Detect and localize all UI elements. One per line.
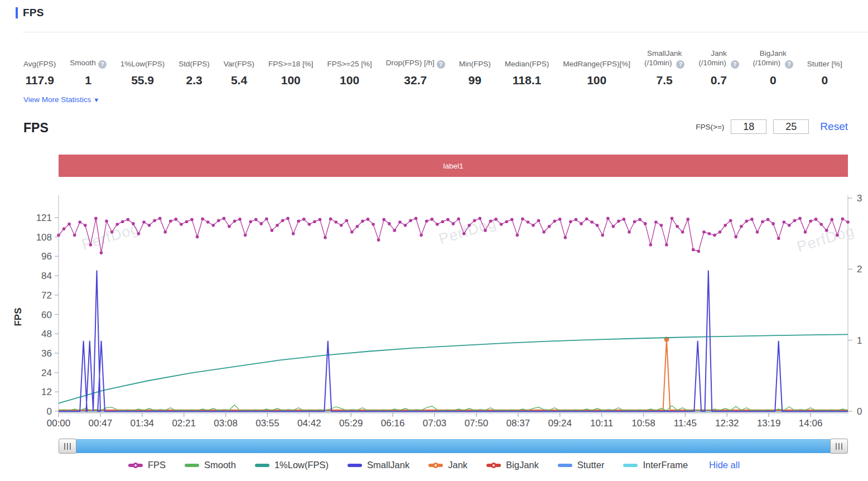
legend-label: 1%Low(FPS) [274, 460, 329, 470]
stat-value: 1 [70, 74, 107, 87]
svg-text:00:00: 00:00 [47, 418, 71, 429]
label1-banner: label1 [59, 155, 848, 177]
svg-text:1: 1 [857, 335, 862, 346]
legend-item-smalljank[interactable]: SmallJank [348, 460, 409, 470]
view-more-label: View More Statistics [23, 95, 91, 104]
stat-label: MedRange(FPS)[%] [563, 59, 630, 69]
stat-label: SmallJank(/10min) ? [644, 49, 684, 69]
stat-column: Std(FPS)2.3 [179, 47, 210, 87]
legend-item-1-low-fps-[interactable]: 1%Low(FPS) [255, 460, 329, 470]
stat-value: 55.9 [120, 74, 165, 87]
legend-item-smooth[interactable]: Smooth [185, 460, 236, 470]
legend-marker-icon [486, 462, 501, 469]
chart-legend: FPSSmooth1%Low(FPS)SmallJankJankBigJankS… [0, 460, 868, 470]
svg-text:04:42: 04:42 [297, 418, 321, 429]
svg-text:36: 36 [41, 348, 52, 359]
stat-column: Drop(FPS) [/h]?32.7 [386, 47, 445, 87]
stat-column: Smooth?1 [70, 47, 107, 87]
svg-text:00:47: 00:47 [89, 418, 113, 429]
legend-label: Jank [448, 460, 467, 470]
stat-value: 100 [327, 74, 372, 87]
view-more-statistics-link[interactable]: View More Statistics▼ [23, 95, 99, 104]
stat-column: Jank(/10min) ?0.7 [698, 47, 739, 87]
svg-text:FPS: FPS [13, 307, 23, 326]
stat-value: 0 [807, 74, 842, 87]
stat-column: FPS>=25 [%]100 [327, 47, 372, 87]
svg-text:12:32: 12:32 [715, 418, 739, 429]
chart-section-title: FPS [23, 121, 49, 136]
stat-label: Avg(FPS) [23, 59, 56, 69]
stat-value: 118.1 [505, 74, 549, 87]
legend-label: SmallJank [367, 460, 409, 470]
watermark-text: PerfDog [795, 222, 856, 256]
stat-value: 5.4 [224, 74, 254, 87]
svg-text:72: 72 [41, 290, 52, 301]
help-icon[interactable]: ? [676, 60, 684, 69]
stat-label: Var(FPS) [224, 59, 254, 69]
svg-text:03:55: 03:55 [255, 418, 279, 429]
svg-text:06:16: 06:16 [381, 418, 405, 429]
scrollbar-right-handle[interactable] [830, 439, 848, 454]
fps-chart-canvas[interactable]: PerfDogPerfDogPerfDog1211089684726048362… [0, 190, 868, 432]
stat-value: 100 [563, 74, 630, 87]
legend-label: InterFrame [643, 460, 688, 470]
chevron-down-icon: ▼ [93, 97, 99, 103]
svg-text:48: 48 [41, 329, 52, 339]
svg-text:07:50: 07:50 [465, 418, 489, 429]
stat-column: Stutter [%]0 [807, 47, 842, 87]
legend-item-jank[interactable]: Jank [428, 460, 467, 470]
legend-marker-icon [623, 462, 638, 469]
svg-text:84: 84 [41, 271, 52, 281]
stat-label: BigJank(/10min) ? [753, 49, 793, 69]
svg-text:03:08: 03:08 [214, 418, 238, 429]
svg-text:3: 3 [857, 193, 862, 204]
svg-text:0: 0 [857, 406, 862, 417]
stat-column: Min(FPS)99 [459, 47, 491, 87]
svg-text:108: 108 [36, 232, 52, 243]
page-title: FPS [23, 7, 44, 19]
fps-filter-controls: FPS(>=) Reset [696, 119, 848, 134]
svg-text:13:19: 13:19 [757, 418, 781, 429]
legend-item-interframe[interactable]: InterFrame [623, 460, 688, 470]
stat-value: 0.7 [698, 74, 739, 87]
stat-column: BigJank(/10min) ?0 [753, 47, 793, 87]
stat-column: FPS>=18 [%]100 [268, 47, 313, 87]
svg-text:121: 121 [36, 213, 52, 223]
help-icon[interactable]: ? [785, 60, 793, 69]
legend-marker-icon [185, 462, 199, 469]
svg-text:08:37: 08:37 [507, 418, 531, 429]
hide-all-link[interactable]: Hide all [709, 460, 740, 470]
legend-item-bigjank[interactable]: BigJank [486, 460, 539, 470]
legend-label: Stutter [577, 460, 605, 470]
stat-column: Var(FPS)5.4 [224, 47, 254, 87]
fps-threshold-input-1[interactable] [731, 119, 766, 134]
legend-item-stutter[interactable]: Stutter [558, 460, 605, 470]
stat-label: Stutter [%] [807, 59, 842, 69]
stat-label: Smooth? [70, 58, 107, 69]
legend-item-fps[interactable]: FPS [128, 460, 166, 470]
watermark-text: PerfDog [437, 214, 498, 248]
legend-label: BigJank [506, 460, 539, 470]
svg-text:11:45: 11:45 [674, 418, 697, 429]
help-icon[interactable]: ? [731, 60, 739, 69]
fps-threshold-label: FPS(>=) [696, 123, 724, 131]
legend-marker-icon [428, 462, 443, 469]
help-icon[interactable]: ? [98, 60, 107, 69]
fps-threshold-input-2[interactable] [773, 119, 809, 134]
legend-marker-icon [128, 462, 143, 469]
legend-marker-icon [348, 462, 362, 469]
reset-button[interactable]: Reset [820, 121, 848, 133]
svg-text:2: 2 [857, 264, 862, 275]
svg-text:09:24: 09:24 [548, 418, 572, 429]
help-icon[interactable]: ? [437, 60, 445, 69]
stat-label: Min(FPS) [459, 59, 491, 69]
stat-value: 99 [459, 74, 491, 87]
svg-text:02:21: 02:21 [172, 418, 196, 429]
scrollbar-track[interactable] [75, 439, 832, 453]
stat-label: FPS>=25 [%] [327, 59, 372, 69]
watermark-text: PerfDog [80, 220, 141, 253]
stat-value: 0 [753, 74, 793, 87]
stat-column: MedRange(FPS)[%]100 [563, 47, 630, 87]
legend-marker-icon [558, 462, 572, 469]
scrollbar-left-handle[interactable] [59, 439, 76, 454]
